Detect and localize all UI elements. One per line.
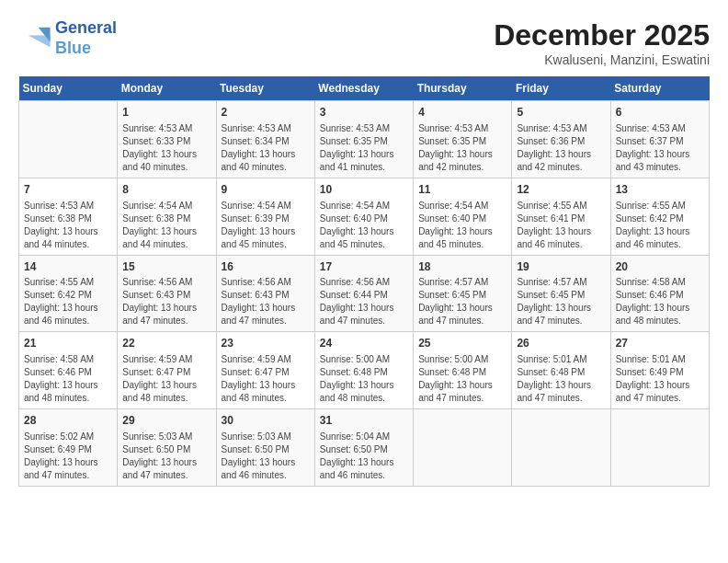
day-number: 2: [222, 105, 310, 121]
calendar-cell: 8Sunrise: 4:54 AM Sunset: 6:38 PM Daylig…: [118, 178, 216, 255]
day-number: 14: [24, 259, 112, 275]
cell-content: Sunrise: 4:57 AM Sunset: 6:45 PM Dayligh…: [517, 276, 605, 327]
day-number: 22: [122, 336, 210, 351]
cell-content: Sunrise: 5:01 AM Sunset: 6:49 PM Dayligh…: [616, 353, 704, 405]
day-number: 17: [320, 259, 408, 275]
calendar-cell: 24Sunrise: 5:00 AM Sunset: 6:48 PM Dayli…: [314, 332, 413, 409]
calendar-cell: 3Sunrise: 4:53 AM Sunset: 6:35 PM Daylig…: [314, 101, 413, 178]
calendar-cell: [414, 409, 512, 487]
day-number: 20: [616, 259, 704, 275]
cell-content: Sunrise: 5:03 AM Sunset: 6:50 PM Dayligh…: [222, 431, 310, 482]
calendar-cell: 15Sunrise: 4:56 AM Sunset: 6:43 PM Dayli…: [118, 255, 216, 332]
cell-content: Sunrise: 4:57 AM Sunset: 6:45 PM Dayligh…: [418, 276, 506, 327]
calendar-table: SundayMondayTuesdayWednesdayThursdayFrid…: [18, 76, 710, 487]
day-number: 9: [222, 182, 310, 198]
cell-content: Sunrise: 4:55 AM Sunset: 6:42 PM Dayligh…: [616, 200, 704, 251]
cell-content: Sunrise: 4:54 AM Sunset: 6:38 PM Dayligh…: [122, 200, 210, 251]
calendar-cell: 17Sunrise: 4:56 AM Sunset: 6:44 PM Dayli…: [314, 255, 413, 332]
cell-content: Sunrise: 4:53 AM Sunset: 6:36 PM Dayligh…: [517, 122, 605, 174]
week-row-1: 1Sunrise: 4:53 AM Sunset: 6:33 PM Daylig…: [19, 101, 710, 178]
logo-icon: [18, 22, 51, 55]
day-number: 6: [616, 105, 704, 121]
week-row-3: 14Sunrise: 4:55 AM Sunset: 6:42 PM Dayli…: [19, 255, 710, 332]
cell-content: Sunrise: 4:56 AM Sunset: 6:43 PM Dayligh…: [222, 276, 310, 327]
calendar-cell: 31Sunrise: 5:04 AM Sunset: 6:50 PM Dayli…: [314, 409, 413, 487]
calendar-cell: 25Sunrise: 5:00 AM Sunset: 6:48 PM Dayli…: [414, 332, 512, 409]
day-number: 11: [418, 182, 506, 198]
calendar-cell: 12Sunrise: 4:55 AM Sunset: 6:41 PM Dayli…: [512, 178, 610, 255]
calendar-cell: 10Sunrise: 4:54 AM Sunset: 6:40 PM Dayli…: [314, 178, 413, 255]
day-number: 4: [418, 105, 506, 121]
cell-content: Sunrise: 4:59 AM Sunset: 6:47 PM Dayligh…: [122, 353, 210, 405]
day-number: 26: [517, 336, 605, 351]
week-row-4: 21Sunrise: 4:58 AM Sunset: 6:46 PM Dayli…: [19, 332, 710, 409]
calendar-cell: 22Sunrise: 4:59 AM Sunset: 6:47 PM Dayli…: [118, 332, 216, 409]
title-section: December 2025 Kwaluseni, Manzini, Eswati…: [494, 18, 710, 67]
calendar-cell: 26Sunrise: 5:01 AM Sunset: 6:48 PM Dayli…: [512, 332, 610, 409]
calendar-cell: 4Sunrise: 4:53 AM Sunset: 6:35 PM Daylig…: [414, 101, 512, 178]
day-header-sunday: Sunday: [19, 76, 118, 101]
calendar-cell: 16Sunrise: 4:56 AM Sunset: 6:43 PM Dayli…: [216, 255, 314, 332]
cell-content: Sunrise: 4:56 AM Sunset: 6:43 PM Dayligh…: [122, 276, 210, 327]
calendar-cell: [19, 101, 118, 178]
calendar-header-row: SundayMondayTuesdayWednesdayThursdayFrid…: [19, 76, 710, 101]
cell-content: Sunrise: 4:54 AM Sunset: 6:40 PM Dayligh…: [320, 200, 408, 251]
day-number: 31: [320, 413, 408, 429]
day-number: 1: [122, 105, 210, 121]
day-header-friday: Friday: [512, 76, 610, 101]
cell-content: Sunrise: 4:53 AM Sunset: 6:37 PM Dayligh…: [616, 122, 704, 174]
day-number: 5: [517, 105, 605, 121]
day-number: 29: [122, 413, 210, 429]
calendar-cell: 30Sunrise: 5:03 AM Sunset: 6:50 PM Dayli…: [216, 409, 314, 487]
cell-content: Sunrise: 4:53 AM Sunset: 6:33 PM Dayligh…: [122, 122, 210, 174]
cell-content: Sunrise: 4:53 AM Sunset: 6:34 PM Dayligh…: [222, 122, 310, 174]
month-title: December 2025: [494, 18, 710, 52]
week-row-2: 7Sunrise: 4:53 AM Sunset: 6:38 PM Daylig…: [19, 178, 710, 255]
cell-content: Sunrise: 5:00 AM Sunset: 6:48 PM Dayligh…: [418, 353, 506, 405]
calendar-cell: 21Sunrise: 4:58 AM Sunset: 6:46 PM Dayli…: [19, 332, 118, 409]
cell-content: Sunrise: 4:54 AM Sunset: 6:40 PM Dayligh…: [418, 200, 506, 251]
calendar-cell: 18Sunrise: 4:57 AM Sunset: 6:45 PM Dayli…: [414, 255, 512, 332]
day-number: 24: [320, 336, 408, 351]
page-header: General Blue December 2025 Kwaluseni, Ma…: [18, 18, 710, 67]
day-header-saturday: Saturday: [610, 76, 709, 101]
calendar-cell: 11Sunrise: 4:54 AM Sunset: 6:40 PM Dayli…: [414, 178, 512, 255]
cell-content: Sunrise: 4:53 AM Sunset: 6:35 PM Dayligh…: [320, 122, 408, 174]
day-number: 19: [517, 259, 605, 275]
day-number: 23: [222, 336, 310, 351]
cell-content: Sunrise: 4:58 AM Sunset: 6:46 PM Dayligh…: [24, 353, 112, 405]
cell-content: Sunrise: 5:00 AM Sunset: 6:48 PM Dayligh…: [320, 353, 408, 405]
calendar-cell: 28Sunrise: 5:02 AM Sunset: 6:49 PM Dayli…: [19, 409, 118, 487]
calendar-cell: 9Sunrise: 4:54 AM Sunset: 6:39 PM Daylig…: [216, 178, 314, 255]
calendar-cell: 20Sunrise: 4:58 AM Sunset: 6:46 PM Dayli…: [610, 255, 709, 332]
calendar-cell: 6Sunrise: 4:53 AM Sunset: 6:37 PM Daylig…: [610, 101, 709, 178]
day-number: 15: [122, 259, 210, 275]
cell-content: Sunrise: 4:53 AM Sunset: 6:35 PM Dayligh…: [418, 122, 506, 174]
logo-text: General Blue: [55, 18, 117, 58]
day-number: 7: [24, 182, 112, 198]
cell-content: Sunrise: 4:58 AM Sunset: 6:46 PM Dayligh…: [616, 276, 704, 327]
calendar-cell: 5Sunrise: 4:53 AM Sunset: 6:36 PM Daylig…: [512, 101, 610, 178]
day-number: 16: [222, 259, 310, 275]
calendar-cell: 2Sunrise: 4:53 AM Sunset: 6:34 PM Daylig…: [216, 101, 314, 178]
calendar-cell: 1Sunrise: 4:53 AM Sunset: 6:33 PM Daylig…: [118, 101, 216, 178]
week-row-5: 28Sunrise: 5:02 AM Sunset: 6:49 PM Dayli…: [19, 409, 710, 487]
logo: General Blue: [18, 18, 117, 58]
day-number: 21: [24, 336, 112, 351]
calendar-cell: 19Sunrise: 4:57 AM Sunset: 6:45 PM Dayli…: [512, 255, 610, 332]
calendar-cell: [610, 409, 709, 487]
calendar-cell: 27Sunrise: 5:01 AM Sunset: 6:49 PM Dayli…: [610, 332, 709, 409]
day-number: 8: [122, 182, 210, 198]
calendar-cell: 23Sunrise: 4:59 AM Sunset: 6:47 PM Dayli…: [216, 332, 314, 409]
cell-content: Sunrise: 4:55 AM Sunset: 6:41 PM Dayligh…: [517, 200, 605, 251]
location: Kwaluseni, Manzini, Eswatini: [494, 52, 710, 67]
calendar-cell: [512, 409, 610, 487]
cell-content: Sunrise: 4:56 AM Sunset: 6:44 PM Dayligh…: [320, 276, 408, 327]
day-number: 18: [418, 259, 506, 275]
cell-content: Sunrise: 5:01 AM Sunset: 6:48 PM Dayligh…: [517, 353, 605, 405]
day-header-monday: Monday: [118, 76, 216, 101]
day-number: 10: [320, 182, 408, 198]
day-number: 28: [24, 413, 112, 429]
calendar-cell: 13Sunrise: 4:55 AM Sunset: 6:42 PM Dayli…: [610, 178, 709, 255]
day-number: 3: [320, 105, 408, 121]
